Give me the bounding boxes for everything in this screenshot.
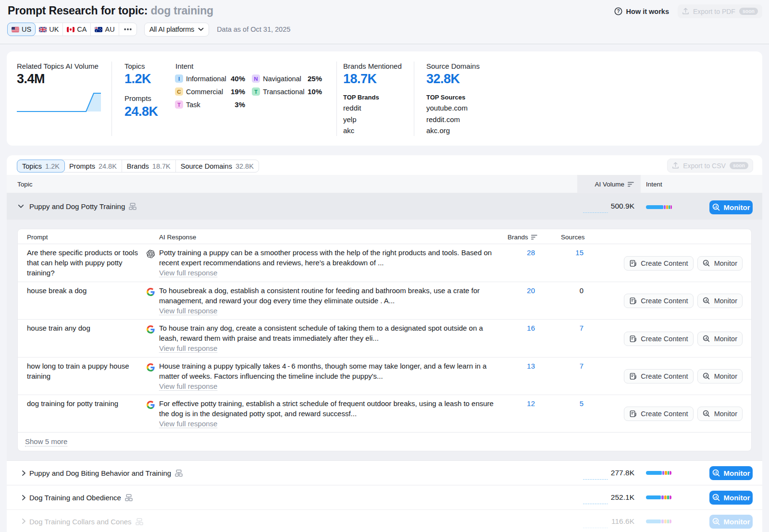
svg-text:?: ? (617, 9, 620, 14)
